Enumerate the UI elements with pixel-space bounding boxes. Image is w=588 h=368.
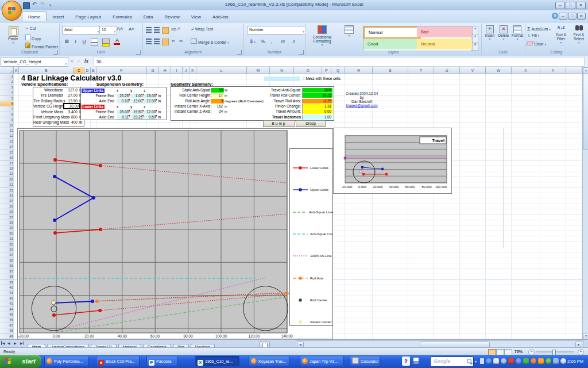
row-header-41[interactable]: 41 <box>0 290 16 296</box>
row-header-6[interactable]: 6 <box>0 101 16 106</box>
row-header-32[interactable]: 32 <box>0 242 16 247</box>
column-header-J[interactable]: J <box>183 67 189 74</box>
susp-value[interactable]: 13.00 <box>130 99 144 103</box>
susp-value[interactable]: 17.00 <box>144 99 157 103</box>
office-button[interactable] <box>2 1 22 21</box>
decrease-indent-icon[interactable]: ⇦ <box>171 39 175 44</box>
row-header-37[interactable]: 37 <box>0 269 16 274</box>
row-header-25[interactable]: 25 <box>0 204 16 209</box>
summary-right-value[interactable]: 0.00 <box>302 109 332 114</box>
workbook-minimize-button[interactable]: – <box>559 13 567 20</box>
number-format-dropdown-icon[interactable]: ▾ <box>303 28 304 35</box>
firefox-icon[interactable] <box>531 358 536 364</box>
column-header-Y[interactable]: Y <box>540 67 566 74</box>
summary-left-value[interactable]: 17 <box>211 93 224 98</box>
zoom-slider[interactable] <box>536 351 574 352</box>
ribbon-tab-page-layout[interactable]: Page Layout <box>69 12 107 21</box>
travel-chart[interactable]: Travel-20.0000.00020.00040.00060.00080.0… <box>333 128 452 194</box>
task-window-stock-c10-pra-[interactable]: ■Stock C10 Pra... <box>96 356 140 366</box>
row-header-42[interactable]: 42 <box>0 296 16 301</box>
style-good[interactable]: Good <box>363 39 420 49</box>
column-header-B[interactable]: B <box>19 67 74 74</box>
row-header-45[interactable]: 45 <box>0 312 16 317</box>
phone-icon[interactable] <box>493 358 499 364</box>
clear-button[interactable]: Clear ▾ <box>527 41 546 46</box>
summary-left-value[interactable]: 24 <box>211 109 224 114</box>
format-painter-button[interactable]: Format Painter <box>25 43 58 49</box>
tab-nav-last-icon[interactable]: ▶ <box>20 341 24 345</box>
increase-decimal-button[interactable]: .00 <box>277 37 288 46</box>
row-header-4[interactable]: 4 <box>0 90 16 95</box>
font-color-button[interactable]: A <box>114 37 121 45</box>
paste-button[interactable]: Paste ▾ <box>3 25 23 49</box>
row-header-14[interactable]: 14 <box>0 144 16 150</box>
grow-font-button[interactable]: A˄ <box>117 26 123 32</box>
spec-value[interactable]: 800 <box>64 115 78 119</box>
column-header-D[interactable]: D <box>84 67 91 74</box>
alert-icon[interactable] <box>508 358 514 364</box>
column-header-I[interactable]: I <box>171 67 183 74</box>
spec-value[interactable]: 400 <box>64 120 78 124</box>
gallery-more[interactable]: ☰ <box>472 42 478 51</box>
tab-nav-prev-icon[interactable]: ◀ <box>7 341 10 345</box>
merge-center-button[interactable]: Merge & Center ▾ <box>191 39 229 44</box>
row-header-38[interactable]: 38 <box>0 274 16 279</box>
tab-nav-next-icon[interactable]: ▶ <box>14 341 17 345</box>
summary-left-value[interactable]: 59 <box>211 88 224 93</box>
currency-button[interactable]: $ ▾ <box>247 37 258 46</box>
number-dialog-launcher[interactable] <box>299 50 304 55</box>
formula-input[interactable]: 30 <box>94 57 585 67</box>
gallery-scroll-up[interactable]: ▲ <box>472 26 478 34</box>
ribbon-tab-home[interactable]: Home <box>22 12 47 21</box>
display-icon[interactable] <box>516 358 521 364</box>
column-header-H[interactable]: H <box>159 67 171 74</box>
find-select-button[interactable]: Find & Select ▾ <box>570 25 587 51</box>
font-dialog-launcher[interactable] <box>136 50 141 55</box>
ribbon-tab-insert[interactable]: Insert <box>47 12 69 21</box>
enter-icon[interactable]: ✓ <box>77 59 81 64</box>
deskbar-go-button[interactable] <box>480 358 484 364</box>
row-header-7[interactable]: 7 <box>0 106 16 112</box>
row-header-16[interactable]: 16 <box>0 155 16 160</box>
task-window-1966-c10-re-[interactable]: X1966_C10_re... <box>195 356 239 366</box>
clipboard-dialog-launcher[interactable] <box>53 50 58 55</box>
column-header-R[interactable]: R <box>345 67 373 74</box>
row-header-1[interactable]: 1 <box>0 74 16 79</box>
delete-cells-button[interactable]: ✕ Delete ▾ <box>497 25 510 51</box>
cut-button[interactable]: ✂ Cut <box>25 26 36 31</box>
chat-icon[interactable] <box>538 358 544 364</box>
susp-value[interactable]: 18.00 <box>144 94 157 98</box>
susp-value[interactable]: 1.00 <box>130 94 144 98</box>
column-header-E[interactable]: E <box>91 67 96 74</box>
row-header-47[interactable]: 47 <box>0 323 16 328</box>
tab-nav-first-icon[interactable]: ◀ <box>1 341 5 345</box>
spec-value[interactable]: 27.00 <box>64 93 78 97</box>
row-header-3[interactable]: 3 <box>0 85 16 90</box>
volume-icon[interactable] <box>560 358 566 364</box>
shrink-font-button[interactable]: A˅ <box>129 26 134 32</box>
column-header-X[interactable]: X <box>512 67 540 74</box>
susp-value[interactable]: 9.50 <box>144 115 157 120</box>
insert-function-icon[interactable]: fx <box>84 58 88 64</box>
row-header-18[interactable]: 18 <box>0 166 16 171</box>
row-header-46[interactable]: 46 <box>0 317 16 323</box>
susp-value[interactable]: 12.00 <box>144 110 157 114</box>
font-family-dropdown-icon[interactable]: ▾ <box>97 28 99 35</box>
comma-button[interactable]: , <box>268 37 276 46</box>
paste-dropdown-icon[interactable]: ▾ <box>3 41 23 44</box>
row-header-2[interactable]: 2 <box>0 79 16 85</box>
spec-value[interactable]: 13.50 <box>64 99 78 103</box>
google-deskbar[interactable]: Google <box>430 356 474 367</box>
bump-button[interactable]: Bump <box>263 120 295 127</box>
column-header-F[interactable]: F <box>96 67 147 74</box>
style-neutral[interactable]: Neutral <box>417 39 474 49</box>
row-header-40[interactable]: 40 <box>0 285 16 290</box>
column-header-Q[interactable]: Q <box>331 67 345 74</box>
row-header-22[interactable]: 22 <box>0 188 16 193</box>
task-window-calculator[interactable]: Calculator <box>350 356 380 366</box>
main-linkage-chart[interactable]: -20.000.0020.0040.0060.0080.00100.00120.… <box>17 128 333 339</box>
ribbon-tab-data[interactable]: Data <box>138 12 159 21</box>
save-icon[interactable] <box>23 2 30 9</box>
column-header-N[interactable]: N <box>270 67 294 74</box>
increase-indent-icon[interactable]: ⇨ <box>179 39 183 44</box>
